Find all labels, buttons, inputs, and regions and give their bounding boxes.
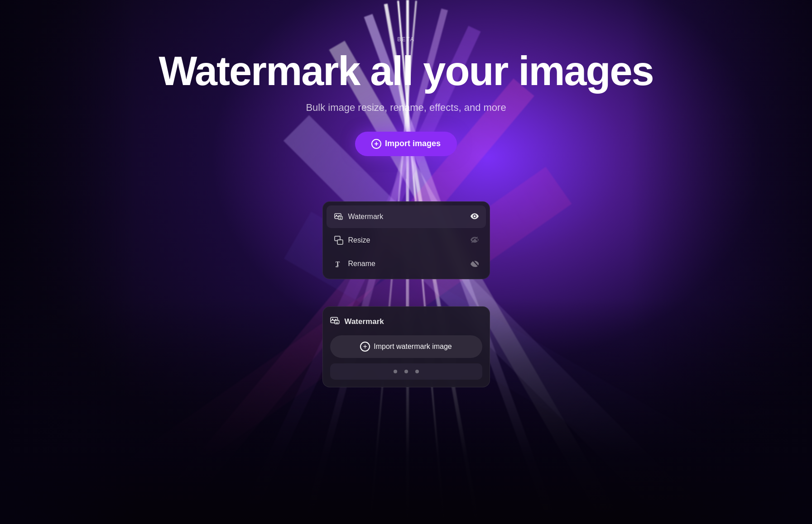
hero-subtitle: Bulk image resize, rename, effects, and … [306, 102, 506, 114]
beta-badge: BETA [397, 36, 414, 43]
position-dots-row [330, 363, 482, 380]
visibility-toggle-rename[interactable] [471, 259, 479, 269]
import-images-button[interactable]: + Import images [355, 132, 457, 156]
resize-icon [334, 235, 344, 245]
hero-background: BETA Watermark all your images Bulk imag… [0, 0, 812, 524]
connector-line-2 [406, 279, 407, 306]
rename-icon: T [334, 259, 344, 269]
plus-circle-icon: + [371, 139, 381, 149]
option-left-resize: Resize [334, 235, 370, 245]
visibility-toggle-watermark[interactable] [471, 212, 479, 222]
watermark-icon: W [334, 212, 344, 222]
svg-text:W: W [339, 217, 341, 219]
option-label-watermark: Watermark [348, 213, 384, 221]
option-left-rename: T Rename [334, 259, 375, 269]
option-row-resize[interactable]: Resize [327, 229, 486, 252]
option-row-watermark[interactable]: W Watermark [327, 205, 486, 228]
svg-text:W: W [336, 321, 338, 324]
watermark-card-icon: W [330, 316, 340, 328]
watermark-card-header: W Watermark [330, 316, 482, 328]
connector-line-1 [406, 179, 407, 201]
hero-title: Watermark all your images [159, 50, 653, 93]
option-label-rename: Rename [348, 260, 375, 268]
position-dot-2[interactable] [404, 370, 408, 373]
import-watermark-button[interactable]: + Import watermark image [330, 335, 482, 358]
import-watermark-plus-icon: + [360, 342, 370, 352]
main-content: BETA Watermark all your images Bulk imag… [0, 0, 812, 387]
watermark-card-title-text: Watermark [345, 317, 384, 326]
option-label-resize: Resize [348, 236, 370, 244]
import-watermark-label: Import watermark image [374, 343, 452, 351]
svg-rect-5 [337, 240, 343, 244]
position-dot-3[interactable] [415, 370, 419, 373]
visibility-toggle-resize[interactable] [471, 235, 479, 245]
import-images-label: Import images [385, 139, 441, 148]
options-card: W Watermark [322, 201, 490, 279]
watermark-detail-card: W Watermark + Import watermark image [322, 306, 490, 387]
position-dot-1[interactable] [394, 370, 397, 373]
option-left-watermark: W Watermark [334, 212, 384, 222]
option-row-rename[interactable]: T Rename [327, 252, 486, 275]
